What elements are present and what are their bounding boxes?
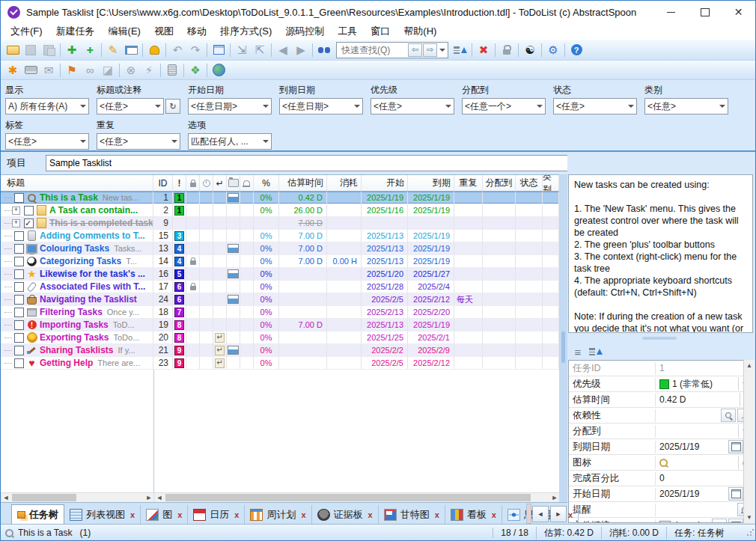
back-icon[interactable]: ◀ [274,42,292,58]
style-toggle-icon[interactable]: ☯ [521,42,539,58]
scroll-right-icon[interactable]: ► [144,493,153,502]
comments-text[interactable]: New tasks can be created using: 1. The '… [568,174,753,333]
view-tab[interactable]: 证据板 x [312,505,379,524]
scroll-down-icon[interactable]: ▼ [746,512,752,523]
attribute-row[interactable]: 文件链接 doors.jp [569,518,752,523]
quick-find-prev-button[interactable]: ⇦ [408,43,422,57]
filter-combo[interactable]: <任意> [644,98,728,114]
column-header-percent[interactable]: % [254,175,279,191]
attribute-value[interactable]: doors.jp [656,518,752,523]
column-header-recur[interactable]: 重复 [454,175,483,191]
close-tab-icon[interactable]: x [492,510,496,519]
filter-combo[interactable]: <任意日期> [279,98,363,114]
edit-attributes-icon[interactable] [122,42,140,58]
flag-icon[interactable]: ⚑ [63,62,81,79]
banknote-icon[interactable]: ❖ [186,62,204,79]
task-checkbox[interactable] [14,333,24,343]
sort-icon[interactable] [451,42,469,58]
column-header-reminder-icon[interactable] [240,175,254,191]
filter-combo[interactable]: <任意> [371,98,454,114]
menu-item[interactable]: 工具 [331,23,364,40]
calendar-button[interactable] [728,487,743,501]
scrollbar-thumb[interactable] [12,494,76,501]
dependency-find-button[interactable] [721,409,736,422]
table-row[interactable]: Importing Tasks ToD... 19 8 0% 7.00 D 20… [1,319,559,331]
tab-scroll-right-button[interactable]: ► [550,506,567,522]
task-checkbox[interactable] [14,346,24,355]
redo-icon[interactable]: ↷ [186,42,204,58]
table-row[interactable]: A Task can contain... 2 1 0% 26.00 D 202… [1,204,559,217]
attribute-value[interactable] [656,424,752,438]
column-header-due[interactable]: 到期 [408,175,454,191]
filter-combo[interactable]: A) 所有任务(A) [5,98,89,114]
attribute-row[interactable]: 优先级 1 (非常低) [569,376,752,392]
email-icon[interactable]: ✉ [40,62,58,79]
table-row[interactable]: Associated Files with T... 17 6 0% 2025/… [1,281,559,293]
column-header-title[interactable]: 标题 [1,175,153,191]
new-task-icon[interactable]: ✚ [63,42,81,58]
undo-icon[interactable]: ↶ [168,42,186,58]
new-subtask-icon[interactable]: ✚ [81,42,99,58]
table-row[interactable]: Getting Help There are... 23 9 ↵ 0% 2025… [1,357,559,370]
pane-splitter[interactable] [559,174,567,524]
close-tab-icon[interactable]: x [177,510,182,519]
task-checkbox[interactable] [14,358,24,368]
horizontal-splitter[interactable] [642,337,677,340]
view-tab[interactable]: 看板 x [445,505,502,524]
save-all-icon[interactable] [40,42,58,58]
attribute-row[interactable]: 任务ID 1 [569,361,752,376]
column-header-start[interactable]: 开始 [362,175,408,191]
view-tab[interactable]: 任务树 [11,504,64,524]
filter-combo[interactable]: <任意> [553,98,637,114]
refresh-filter-button[interactable]: ↻ [165,99,180,114]
move-task-in-icon[interactable]: ⇲ [233,42,251,58]
move-task-out-icon[interactable]: ⇱ [251,42,269,58]
calendar-button[interactable] [728,440,743,453]
close-tab-icon[interactable]: x [234,510,239,519]
spellcheck-icon[interactable]: ✱ [4,62,22,79]
tab-scroll-left-button[interactable]: ◄ [532,506,549,522]
column-header-assign[interactable]: 分配到 [483,175,516,191]
filelink-folder-button[interactable] [728,519,743,523]
scroll-right-icon[interactable]: ► [550,493,559,502]
view-tab[interactable]: 日历 x [188,505,245,524]
password-lock-icon[interactable] [498,42,516,58]
lightning-icon[interactable]: ⚡ [140,62,158,79]
title-column-scrollbar[interactable]: ◄ ► [1,492,153,502]
attribute-value[interactable]: 0 [656,471,752,486]
column-header-time-icon[interactable] [200,175,213,191]
close-tab-icon[interactable]: x [568,510,573,519]
quick-find-next-button[interactable]: ⇨ [423,43,437,57]
attribute-value[interactable]: 2025/1/19 [656,486,752,501]
maximize-view-icon[interactable] [210,42,228,58]
attribute-list-icon[interactable]: ≡ [569,344,587,359]
table-row[interactable]: This is a completed task 9 7.00 D [1,217,559,230]
minimize-button[interactable] [654,1,688,23]
table-row[interactable]: Exporting Tasks ToDo... 20 8 ↵ 0% 2025/1… [1,331,559,344]
attribute-value[interactable]: 1 [656,361,752,376]
filter-combo[interactable]: <任意> [5,133,89,150]
task-checkbox[interactable] [24,218,34,228]
expand-icon[interactable] [12,207,20,215]
edit-task-icon[interactable]: ✎ [104,42,122,58]
web-browse-icon[interactable] [210,62,228,79]
forward-icon[interactable]: ▶ [292,42,310,58]
task-checkbox[interactable] [14,231,24,241]
print-icon[interactable] [22,62,40,79]
resize-grip[interactable] [746,529,754,537]
scroll-up-icon[interactable]: ▲ [746,360,752,371]
attribute-row[interactable]: 开始日期 2025/1/19 [569,486,752,502]
attribute-value[interactable]: 2025/1/19 [656,439,752,454]
filter-combo[interactable]: <任意日期> [188,98,272,114]
filter-combo[interactable]: <任意一个> [462,98,546,114]
menu-item[interactable]: 移动 [180,23,213,40]
log-scroll-icon[interactable] [163,62,181,79]
attribute-value[interactable]: ☺ [656,455,752,470]
filter-combo[interactable]: 匹配任何人, ... [188,133,272,150]
column-header-category[interactable]: 类别 [543,175,559,191]
attribute-row[interactable]: 图标 ☺ [569,455,752,471]
task-checkbox[interactable] [14,320,24,330]
view-tab[interactable]: 甘特图 x [379,505,445,524]
preferences-icon[interactable]: ⚙ [544,42,562,58]
close-button[interactable]: ✕ [722,1,755,23]
